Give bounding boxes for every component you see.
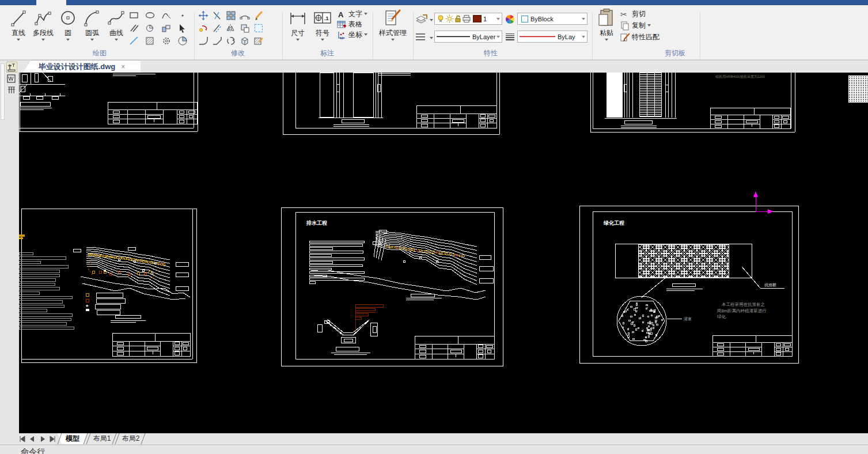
ribbon-group-divider bbox=[700, 12, 700, 63]
greening-title: 绿化工程 bbox=[603, 220, 624, 226]
dimension-icon bbox=[288, 8, 308, 29]
spline-icon bbox=[107, 8, 126, 29]
ribbon-clipboard-paste-label: 粘贴 bbox=[600, 29, 613, 37]
tool-palette-button-1[interactable] bbox=[6, 62, 17, 73]
rotate-pt-icon[interactable] bbox=[198, 23, 209, 33]
copy-button[interactable]: 复制 bbox=[620, 21, 651, 31]
ribbon-group-divider bbox=[282, 12, 283, 63]
ribbon-annotate-table-label: 表格 bbox=[348, 20, 362, 29]
arc-button[interactable]: 圆弧 bbox=[81, 8, 104, 41]
color-wheel-icon[interactable] bbox=[505, 14, 515, 24]
symbol-button[interactable]: .1 符号 bbox=[312, 8, 333, 41]
svg-text:.1: .1 bbox=[324, 16, 329, 21]
color-select[interactable]: ByBlock bbox=[517, 13, 587, 25]
document-tab-close-icon[interactable]: × bbox=[121, 63, 125, 71]
join-icon[interactable] bbox=[240, 10, 250, 21]
coordinate-button[interactable]: 12坐标 bbox=[337, 30, 367, 40]
document-tab-title: 毕业设计设计图纸.dwg bbox=[39, 62, 116, 72]
group-label-properties: 特性 bbox=[484, 48, 498, 58]
tool-palette-button-2[interactable] bbox=[6, 74, 17, 85]
ribbon-group-divider bbox=[592, 12, 593, 63]
point-icon[interactable] bbox=[177, 10, 188, 21]
caret-down-icon bbox=[605, 39, 608, 41]
sun-icon bbox=[445, 14, 454, 23]
parallel-icon[interactable] bbox=[129, 23, 139, 33]
fillet-icon[interactable] bbox=[198, 36, 209, 46]
lineweight-sample bbox=[520, 36, 555, 37]
svg-text:12: 12 bbox=[340, 36, 344, 40]
style-manager-button[interactable]: 样式管理 bbox=[376, 8, 410, 41]
layout-nav-arrows[interactable] bbox=[19, 436, 59, 442]
layers-icon bbox=[415, 13, 429, 27]
app-window: { "ribbon": { "draw": {"label":"绘图","lin… bbox=[0, 0, 868, 454]
caret-down-icon bbox=[647, 24, 651, 27]
ribbon-draw-circle-label: 圆 bbox=[65, 29, 71, 37]
ribbon-annotate-dim-label: 尺寸 bbox=[291, 29, 305, 37]
pie-a-icon[interactable] bbox=[177, 36, 188, 46]
pencil-icon[interactable] bbox=[253, 10, 264, 21]
paste-button[interactable]: 粘贴 bbox=[597, 8, 616, 41]
blocks-icon[interactable] bbox=[161, 23, 172, 33]
layer-select[interactable]: 1 bbox=[434, 13, 502, 25]
table-button[interactable]: 表格 bbox=[337, 20, 362, 29]
caret-down-icon bbox=[364, 33, 367, 36]
caret-down-icon bbox=[66, 39, 70, 41]
cut-button[interactable]: ✂剪切 bbox=[620, 9, 646, 19]
caret-down-icon bbox=[17, 39, 20, 41]
pile-label: 抗滑桩 bbox=[764, 282, 776, 287]
offset-2-icon[interactable] bbox=[212, 23, 222, 33]
match-properties-button[interactable]: 特性匹配 bbox=[620, 32, 659, 42]
blue-line-icon[interactable] bbox=[129, 36, 139, 46]
ribbon-group-divider bbox=[373, 12, 373, 63]
match-properties-icon bbox=[620, 33, 630, 42]
titlebar-strip bbox=[0, 0, 868, 5]
drawing-canvas[interactable]: 锚筋用HRB400(植筋深度为1200★排水工程绿化工程抗滑桩灌草本工程采用在抗… bbox=[19, 73, 868, 433]
trim-icon[interactable] bbox=[212, 10, 222, 21]
ribbon-annotate-text-label: 文字 bbox=[348, 9, 362, 19]
caret-down-icon bbox=[496, 36, 500, 38]
linetype-select[interactable]: ByLayer bbox=[434, 31, 502, 43]
dimension-button[interactable]: 尺寸 bbox=[287, 8, 309, 41]
curve-line-icon[interactable] bbox=[161, 10, 172, 21]
box3d-icon[interactable] bbox=[240, 36, 250, 46]
caret-down-icon bbox=[582, 18, 585, 20]
layer-tool-button[interactable] bbox=[415, 13, 429, 27]
text-button[interactable]: A文字 bbox=[337, 9, 367, 19]
spline-button[interactable]: 曲线 bbox=[105, 8, 128, 41]
polyline-button[interactable]: 多段线 bbox=[31, 8, 56, 41]
rebar-note: 锚筋用HRB400(植筋深度为1200 bbox=[715, 74, 765, 79]
cursor-arrow-icon[interactable] bbox=[177, 23, 188, 33]
group-label-annotate: 标注 bbox=[320, 48, 334, 58]
document-tab[interactable]: 毕业设计设计图纸.dwg × bbox=[23, 60, 141, 73]
lineweight-icon[interactable] bbox=[505, 33, 515, 41]
corner-sq-icon[interactable] bbox=[240, 23, 250, 33]
ellipse-icon[interactable] bbox=[145, 10, 156, 21]
hatch-sq-icon[interactable] bbox=[145, 36, 156, 46]
hatch-edit-icon[interactable] bbox=[253, 36, 264, 46]
command-line[interactable]: 命令行 bbox=[0, 444, 868, 454]
rotate-c-icon[interactable] bbox=[226, 36, 236, 46]
chamfer-icon[interactable] bbox=[212, 36, 222, 46]
ribbon-group-divider bbox=[413, 12, 414, 63]
array-icon[interactable] bbox=[226, 10, 236, 21]
linetype-icon[interactable] bbox=[415, 33, 426, 41]
lock-icon bbox=[454, 14, 462, 23]
linetype-value: ByLayer bbox=[472, 33, 495, 40]
mirror-icon[interactable] bbox=[226, 23, 236, 33]
color-value: ByBlock bbox=[530, 16, 554, 22]
gear-icon[interactable] bbox=[161, 36, 172, 46]
symbol-icon: .1 bbox=[313, 8, 332, 29]
region-icon[interactable] bbox=[145, 23, 156, 33]
lineweight-select[interactable]: ByLay bbox=[517, 31, 587, 43]
window-tool-icon bbox=[6, 74, 17, 84]
ribbon-active-tab-stub[interactable] bbox=[36, 0, 66, 5]
rectangle-icon[interactable] bbox=[129, 10, 139, 21]
line-button[interactable]: 直线 bbox=[7, 8, 30, 41]
left-scrollbar[interactable] bbox=[1, 63, 5, 120]
dash-rect-icon[interactable] bbox=[253, 23, 264, 33]
tool-palette-button-3[interactable] bbox=[6, 85, 17, 96]
circle-button[interactable]: 圆 bbox=[58, 8, 78, 41]
polyline-icon bbox=[33, 8, 53, 29]
group-label-draw: 绘图 bbox=[93, 48, 107, 58]
move-icon[interactable] bbox=[198, 10, 209, 21]
